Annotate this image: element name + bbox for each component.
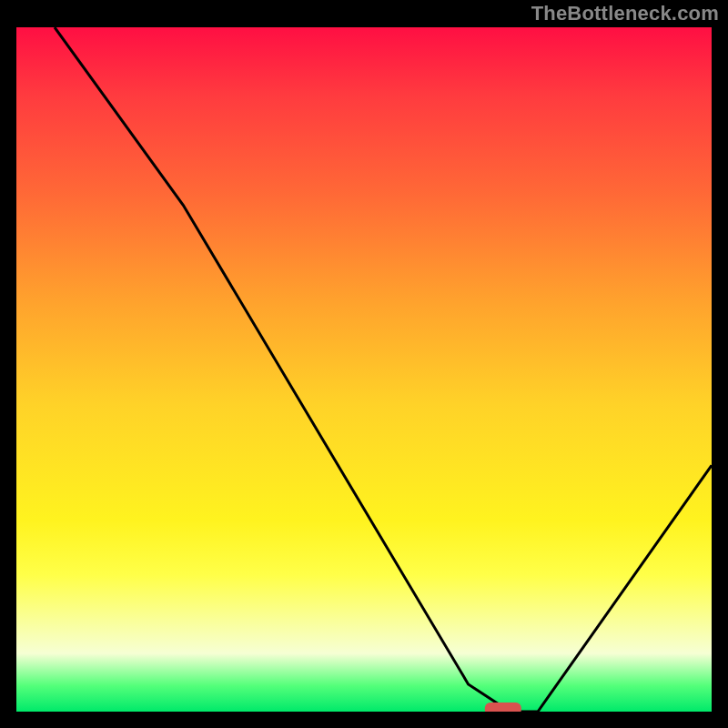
bottleneck-curve	[16, 27, 712, 712]
curve-path	[55, 27, 712, 712]
minimum-marker	[485, 703, 521, 712]
watermark-text: TheBottleneck.com	[531, 2, 719, 25]
chart-gradient-area	[16, 27, 712, 712]
